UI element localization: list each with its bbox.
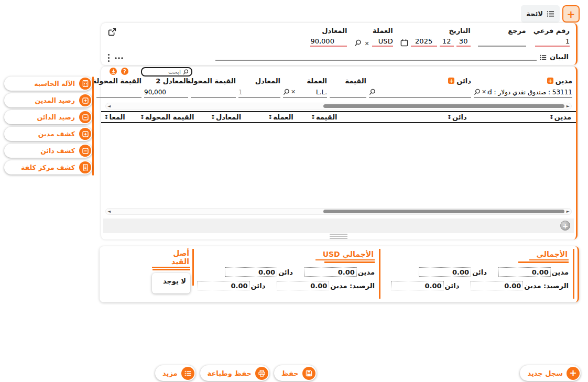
sort-icon: ↕ — [140, 114, 145, 121]
kebab-menu-icon[interactable] — [107, 53, 110, 62]
ellipsis-menu-icon[interactable] — [114, 57, 124, 60]
share-icon[interactable] — [107, 27, 117, 37]
line-rate-field: المعادل — [238, 77, 280, 98]
line-rate-input[interactable] — [238, 89, 280, 96]
balance-debit-value: 0.00 — [277, 281, 329, 290]
add-row-icon[interactable]: + — [560, 221, 570, 231]
title-underline — [153, 269, 190, 270]
line-currency-input[interactable] — [297, 89, 327, 96]
column-header-currency[interactable]: العملة ↕ — [246, 113, 298, 121]
search-icon — [183, 69, 189, 75]
reference-field: مرجع — [478, 27, 526, 47]
add-entry-button[interactable]: + — [562, 5, 580, 23]
line-search-input[interactable] — [145, 69, 181, 75]
column-header-credit[interactable]: دائن ↕ — [342, 113, 472, 121]
line-converted2-input[interactable] — [96, 89, 141, 96]
calendar-icon[interactable] — [400, 39, 408, 47]
clear-icon[interactable]: ✕ — [364, 41, 369, 47]
sort-icon: ↕ — [311, 114, 315, 121]
search-icon[interactable] — [369, 89, 376, 95]
date-year-input[interactable] — [411, 36, 437, 47]
credit-total-label: دائن — [472, 268, 487, 276]
line-credit-input[interactable] — [377, 89, 471, 96]
scroll-left-icon[interactable]: ◄ — [107, 104, 111, 108]
add-account-icon[interactable]: + — [547, 78, 553, 84]
save-icon — [302, 367, 315, 380]
column-header-debit[interactable]: مدين ↕ — [472, 113, 576, 121]
reference-input[interactable] — [478, 36, 526, 47]
equivalent-field: المعادل — [310, 27, 347, 47]
sidebar-item-debit-balance[interactable]: رصيد المدين — [4, 93, 92, 107]
debit-total-value: 0.00 — [304, 267, 357, 277]
line-converted-field: القيمة المحولة — [191, 77, 236, 98]
printer-icon — [255, 367, 268, 380]
save-button[interactable]: حفظ — [274, 365, 317, 381]
more-button[interactable]: مزيد — [155, 365, 195, 381]
column-header-rate2-truncated[interactable]: المعا ↕ — [101, 113, 130, 121]
sidebar-item-credit-balance[interactable]: رصيد الدائن — [4, 110, 92, 124]
scrollbar-thumb[interactable] — [323, 104, 564, 108]
new-record-plus-icon: + — [567, 367, 580, 380]
list-view-button[interactable]: لائحة — [521, 5, 560, 23]
line-rate-label: المعادل — [255, 77, 280, 85]
origin-title: أصل القيد — [152, 249, 190, 268]
credit-total-value: 0.00 — [419, 267, 471, 277]
line-rate2-field: المعادل 2 — [144, 77, 188, 98]
line-converted-input[interactable] — [191, 89, 236, 96]
sidebar: الآلة الحاسبة رصيد المدين رصيد الدائن — [4, 77, 92, 174]
statement-list-icon[interactable] — [540, 54, 547, 61]
column-header-value[interactable]: القيمة ↕ — [298, 113, 342, 121]
help-icon[interactable]: ? — [121, 68, 128, 75]
sidebar-item-cost-center-statement[interactable]: كشف مركز كلفة — [4, 160, 92, 174]
sidebar-item-debit-statement[interactable]: كشف مدين — [4, 127, 92, 141]
sort-icon: ↕ — [211, 114, 215, 121]
search-icon[interactable] — [474, 89, 481, 95]
sidebar-item-calculator[interactable]: الآلة الحاسبة — [4, 77, 92, 91]
entry-lines-card: ? مدين + ✕ — [101, 67, 578, 239]
equivalent-input[interactable] — [310, 36, 347, 47]
debit-total-label: مدين — [358, 268, 375, 276]
sort-icon: ↕ — [268, 114, 273, 121]
sidebar-item-credit-statement[interactable]: كشف دائن — [4, 144, 92, 158]
search-icon[interactable] — [283, 89, 290, 95]
column-header-converted[interactable]: القيمة المحولة ↕ — [130, 113, 199, 121]
origin-card: لا يوجد — [152, 273, 190, 293]
column-header-rate[interactable]: المعادل ↕ — [199, 113, 246, 121]
add-account-icon[interactable]: + — [448, 78, 454, 84]
line-converted2-label: القيمة المحولة — [93, 77, 141, 85]
list-view-label: لائحة — [526, 10, 543, 18]
scroll-right-icon[interactable]: ► — [567, 104, 570, 108]
currency-input[interactable] — [372, 36, 393, 47]
sub-number-input[interactable] — [535, 36, 570, 47]
balance-credit-value: 0.00 — [391, 281, 444, 290]
download-icon[interactable] — [110, 68, 117, 75]
resize-handle[interactable] — [330, 233, 347, 240]
date-month-input[interactable] — [440, 36, 454, 47]
minus-square-icon — [79, 111, 91, 123]
plus-square-icon — [79, 128, 91, 140]
line-rate2-input[interactable] — [144, 89, 188, 96]
table-header-row: مدين ↕ دائن ↕ القيمة ↕ العملة ↕ المعادل … — [101, 111, 576, 123]
origin-value: لا يوجد — [163, 277, 186, 285]
clear-icon[interactable]: ✕ — [291, 89, 296, 95]
save-print-button[interactable]: حفظ وطباعة — [200, 365, 269, 381]
scroll-left-icon[interactable]: ◄ — [107, 209, 111, 214]
sort-icon: ↕ — [447, 114, 452, 121]
scrollbar-thumb[interactable] — [323, 210, 564, 213]
new-record-button[interactable]: + سجل جديد — [520, 365, 581, 381]
statement-input[interactable] — [215, 50, 537, 61]
statement-label: البيان — [550, 53, 569, 61]
search-icon[interactable] — [354, 39, 362, 47]
scroll-right-icon[interactable]: ► — [567, 209, 570, 214]
line-credit-label: دائن — [456, 77, 471, 85]
line-value-input[interactable] — [330, 89, 366, 96]
balance-debit-label: الرصيد: مدين — [524, 282, 569, 290]
sub-number-field: رقم فرعي — [533, 27, 570, 47]
line-debit-input[interactable] — [487, 89, 572, 96]
date-day-input[interactable] — [456, 36, 471, 47]
entry-header-card: رقم فرعي مرجع التاريخ — [101, 23, 578, 65]
table-footer-bar: + — [103, 219, 574, 233]
credit-total-value: 0.00 — [225, 267, 277, 277]
line-converted2-field: القيمة المحولة — [96, 77, 141, 98]
clear-icon[interactable]: ✕ — [482, 89, 486, 95]
